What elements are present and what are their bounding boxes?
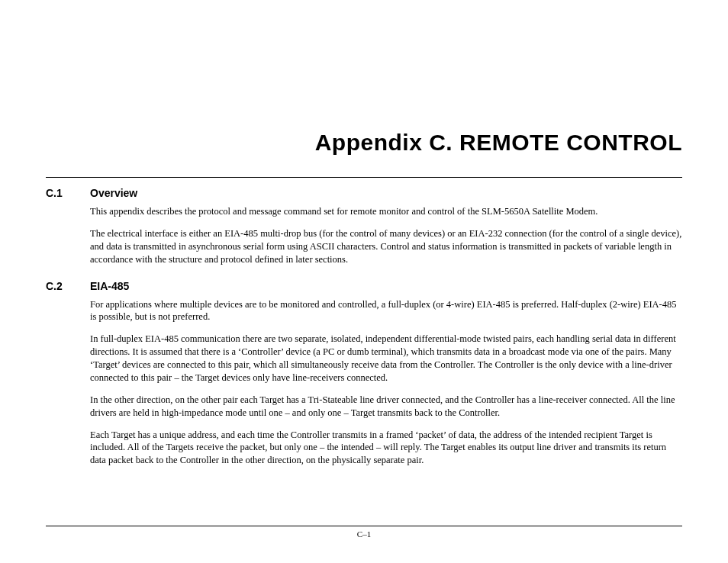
appendix-title: Appendix C. REMOTE CONTROL [315,130,682,155]
section-title: Overview [90,187,137,199]
paragraph: This appendix describes the protocol and… [90,205,682,218]
divider-bottom [46,526,682,526]
paragraph: For applications where multiple devices … [90,298,682,324]
paragraph: The electrical interface is either an EI… [90,227,682,266]
section-heading: C.1 Overview [46,187,682,199]
page-footer: C–1 [46,526,682,539]
paragraph: In full-duplex EIA-485 communication the… [90,333,682,384]
paragraph: Each Target has a unique address, and ea… [90,429,682,468]
section-c2: C.2 EIA-485 For applications where multi… [46,280,682,468]
section-number: C.1 [46,187,76,199]
page-number: C–1 [46,529,682,539]
paragraph: In the other direction, on the other pai… [90,394,682,420]
section-title: EIA-485 [90,280,129,292]
title-block: Appendix C. REMOTE CONTROL [46,130,682,156]
section-number: C.2 [46,280,76,292]
section-c1: C.1 Overview This appendix describes the… [46,187,682,266]
divider-top [46,177,682,178]
section-heading: C.2 EIA-485 [46,280,682,292]
document-page: Appendix C. REMOTE CONTROL C.1 Overview … [0,0,728,563]
